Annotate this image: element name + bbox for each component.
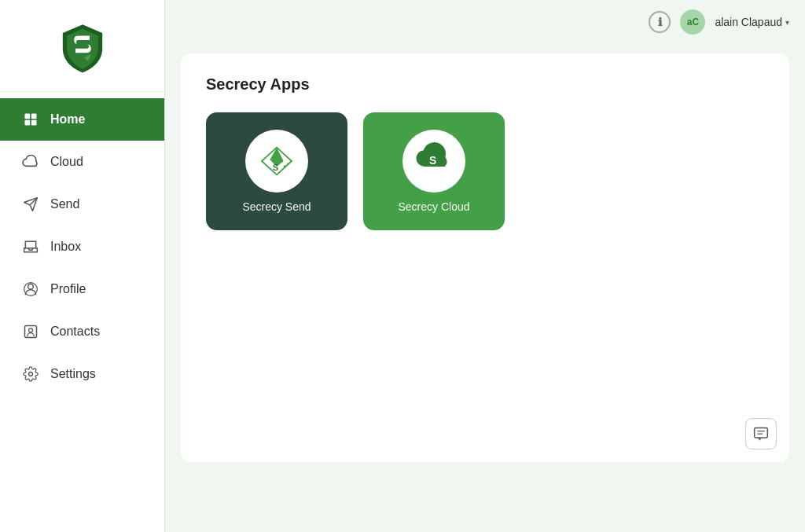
avatar: aC xyxy=(680,9,705,35)
user-menu[interactable]: alain Clapaud ▾ xyxy=(715,16,789,28)
secrecy-send-label: Secrecy Send xyxy=(242,200,311,213)
sidebar-item-cloud[interactable]: Cloud xyxy=(0,141,164,183)
sidebar-item-contacts-label: Contacts xyxy=(50,325,100,339)
header: ℹ aC alain Clapaud ▾ xyxy=(165,0,805,44)
profile-icon xyxy=(22,281,39,298)
svg-text:S: S xyxy=(273,163,279,172)
svg-point-14 xyxy=(287,163,289,165)
sidebar-item-profile-label: Profile xyxy=(50,282,86,296)
svg-point-9 xyxy=(29,372,33,376)
sidebar-item-profile[interactable]: Profile xyxy=(0,268,164,310)
svg-text:S: S xyxy=(429,154,436,167)
section-title: Secrecy Apps xyxy=(206,75,764,94)
chat-button[interactable] xyxy=(745,418,777,449)
svg-point-5 xyxy=(28,284,34,289)
chevron-down-icon: ▾ xyxy=(785,18,789,27)
sidebar-item-settings-label: Settings xyxy=(50,367,96,381)
apps-card: Secrecy Apps S xyxy=(181,53,789,462)
settings-icon xyxy=(22,365,39,383)
info-button[interactable]: ℹ xyxy=(649,11,671,33)
sidebar-item-home-label: Home xyxy=(50,112,85,127)
svg-rect-1 xyxy=(25,114,31,119)
svg-point-15 xyxy=(289,160,291,162)
sidebar-item-cloud-label: Cloud xyxy=(50,155,83,169)
sidebar-item-settings[interactable]: Settings xyxy=(0,353,164,395)
logo-container xyxy=(0,0,164,92)
svg-rect-2 xyxy=(31,114,37,119)
sidebar-item-send-label: Send xyxy=(50,197,79,211)
sidebar-item-contacts[interactable]: Contacts xyxy=(0,310,164,353)
sidebar: Home Cloud Send xyxy=(0,0,165,532)
send-icon xyxy=(22,196,39,213)
secrecy-cloud-label: Secrecy Cloud xyxy=(398,200,469,213)
sidebar-item-home[interactable]: Home xyxy=(0,98,164,141)
svg-rect-17 xyxy=(755,428,768,438)
svg-rect-4 xyxy=(31,120,37,126)
apps-grid: S Secrecy Send xyxy=(206,112,764,230)
sidebar-item-send[interactable]: Send xyxy=(0,183,164,226)
app-logo xyxy=(54,19,111,75)
secrecy-send-icon-bg: S xyxy=(245,130,308,193)
secrecy-cloud-icon: S xyxy=(414,141,454,182)
svg-rect-7 xyxy=(25,326,37,338)
sidebar-item-inbox[interactable]: Inbox xyxy=(0,226,164,268)
secrecy-cloud-icon-bg: S xyxy=(402,130,465,193)
contacts-icon xyxy=(22,323,39,340)
cloud-icon xyxy=(22,153,39,171)
svg-point-8 xyxy=(29,328,33,332)
user-name-text: alain Clapaud xyxy=(715,16,782,28)
inbox-icon xyxy=(22,238,39,255)
app-secrecy-send[interactable]: S Secrecy Send xyxy=(206,112,347,230)
svg-point-13 xyxy=(284,165,286,167)
info-icon: ℹ xyxy=(658,16,662,28)
sidebar-navigation: Home Cloud Send xyxy=(0,98,164,395)
app-secrecy-cloud[interactable]: S Secrecy Cloud xyxy=(363,112,505,230)
sidebar-item-inbox-label: Inbox xyxy=(50,240,81,254)
home-icon xyxy=(22,111,39,128)
secrecy-send-icon: S xyxy=(256,141,297,182)
chat-icon xyxy=(753,426,769,442)
main-content: ℹ aC alain Clapaud ▾ Secrecy Apps xyxy=(165,0,805,532)
svg-rect-3 xyxy=(25,120,31,126)
content-area: Secrecy Apps S xyxy=(165,44,805,532)
